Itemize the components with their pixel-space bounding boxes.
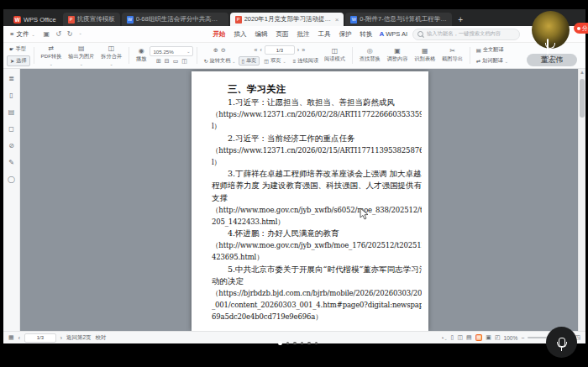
back-to-page-link[interactable]: 返回第2页 <box>66 334 92 342</box>
signature-icon[interactable]: ✎ <box>8 159 14 166</box>
action-button-3[interactable]: ✂截图导出 <box>438 45 466 66</box>
view-chip-0[interactable]: ▯单页 <box>239 56 260 66</box>
view-chip-1[interactable]: ◫双页⌄ <box>261 56 288 66</box>
share-button[interactable]: 分享 <box>574 23 588 34</box>
file-menu-label: 文件 <box>16 30 29 39</box>
read-mode-button[interactable]: ◫ 阅读模式 <box>321 45 349 66</box>
document-heading: 三、学习关注 <box>212 82 422 97</box>
page-view-icon[interactable]: ▦ <box>8 334 14 341</box>
big-button-label: 输出为图片 <box>68 53 94 60</box>
slide-dot[interactable] <box>307 342 311 345</box>
fit-window-icon[interactable]: ◰ <box>495 334 501 341</box>
slide-dot[interactable] <box>301 342 304 345</box>
participant-name-badge: 董宏伟 <box>527 54 577 66</box>
next-page-icon[interactable]: › <box>297 47 299 53</box>
zoom-dropdown[interactable]: 105.25% ⌄ <box>150 46 193 56</box>
fit-height-icon[interactable]: ▭ <box>173 58 179 65</box>
thumbnail-icon[interactable]: ▤ <box>8 108 15 116</box>
close-icon[interactable]: × <box>335 16 339 24</box>
zoom-value: 105.25% <box>153 49 173 55</box>
double-page-icon[interactable]: ◫ <box>457 334 463 341</box>
menu-item-0[interactable]: 开始 <box>209 30 228 39</box>
wps-ai-menu[interactable]: A WPS AI <box>379 30 407 38</box>
display-settings-icon[interactable]: ◔⌄ <box>440 335 447 341</box>
home-tab[interactable]: W WPS Office <box>7 13 63 26</box>
file-menu[interactable]: ≡ 文件 ⌄ <box>10 30 35 39</box>
menu-item-2[interactable]: 编辑 <box>251 30 270 39</box>
undo-icon[interactable]: ↺ <box>55 30 61 38</box>
document-line: 2.习近平：当前经济工作的重点任务 <box>212 133 422 144</box>
document-tab[interactable]: W0-68组织生活会评分中共高校讲稿模板… <box>122 13 228 26</box>
page-number-input[interactable]: 1/3 <box>265 45 295 55</box>
document-line: 1.习近平：让愿担当、敢担当、善担当蔚然成风 <box>212 97 422 108</box>
chevron-down-icon: ⌄ <box>186 49 190 54</box>
outline-icon[interactable]: ≣ <box>8 75 14 82</box>
action-button-0[interactable]: ◎查找替换 <box>356 45 384 66</box>
document-line: 205_1422433.html） <box>212 216 422 228</box>
document-tab[interactable]: P抗疫宣传模板 <box>63 13 120 26</box>
search-input[interactable]: 输入功能名，一键搜索文档内容 <box>412 29 520 40</box>
bookmark-icon[interactable]: ▯ <box>9 92 13 99</box>
document-tab[interactable]: P2020年1月党支部学习活动提醒…× <box>230 13 344 26</box>
slide-dot[interactable] <box>315 342 318 345</box>
first-page-icon[interactable]: « <box>255 47 258 53</box>
continuous-icon[interactable]: ▤ <box>466 334 472 341</box>
scrollbar-thumb[interactable] <box>580 79 585 118</box>
pdf-file-icon: P <box>235 16 242 24</box>
menu-item-6[interactable]: 保护 <box>335 30 354 39</box>
fit-width-icon[interactable]: ⊟ <box>165 58 170 65</box>
view-chip-2[interactable]: ≡连续阅读 <box>291 56 321 66</box>
attachment-icon[interactable]: ⊘ <box>8 142 14 149</box>
big-button-0[interactable]: ⇄PDF转换⌄ <box>38 45 66 66</box>
zoom-minus-button[interactable]: − <box>521 335 524 341</box>
play-button[interactable]: ◉ 播放 <box>133 45 150 66</box>
scroll-up-icon[interactable]: ▲ <box>579 69 585 76</box>
chevron-down-icon: ⌄ <box>232 59 235 64</box>
full-width-icon[interactable]: ◫ <box>181 58 187 65</box>
big-button-2[interactable]: ◫拆分合并⌄ <box>97 45 125 66</box>
hamburger-icon: ≡ <box>10 30 13 38</box>
menu-item-5[interactable]: 工具 <box>314 30 333 39</box>
status-page-indicator[interactable]: 1/3 <box>24 333 56 343</box>
select-tool-button[interactable]: ➤ 选择 <box>7 55 30 66</box>
view-chip-icon: ≡ <box>293 58 297 64</box>
book-mode-icon[interactable]: ▣ <box>486 334 491 341</box>
prev-page-icon[interactable]: ‹ <box>18 335 20 341</box>
hand-tool-button[interactable]: ☛ 手型 <box>7 45 30 54</box>
big-button-1[interactable]: ▤输出为图片⌄ <box>65 45 97 66</box>
last-page-icon[interactable]: » <box>302 47 305 53</box>
tab-label: 抗疫宣传模板 <box>77 15 115 24</box>
menu-item-3[interactable]: 页面 <box>272 30 291 39</box>
zoom-out-icon[interactable]: ⊖ <box>221 47 226 54</box>
action-button-1[interactable]: ▣调整内容 <box>384 45 412 66</box>
current-view-icon[interactable]: ▦ <box>475 334 483 341</box>
action-button-2[interactable]: ▦识别表格 <box>411 45 438 66</box>
proofread-button[interactable]: 校对 <box>96 334 107 342</box>
menu-item-7[interactable]: 转换 <box>356 30 375 39</box>
menu-item-4[interactable]: 批注 <box>293 30 312 39</box>
new-tab-button[interactable]: + <box>458 15 463 24</box>
menu-item-1[interactable]: 插入 <box>230 30 249 39</box>
document-tab[interactable]: W0-附件7-信息与计算机工程学院20… <box>345 13 452 26</box>
zoom-in-icon[interactable]: ⊕ <box>213 47 218 54</box>
pdf-page[interactable]: 三、学习关注 1.习近平：让愿担当、敢担当、善担当蔚然成风（https://ww… <box>192 71 428 331</box>
vertical-scrollbar[interactable]: ▲ <box>578 69 585 331</box>
redo-icon[interactable]: ↻ <box>67 30 73 38</box>
word-translate-icon: ⇄ <box>476 58 480 64</box>
slide-dot[interactable] <box>278 341 282 345</box>
slide-dot[interactable] <box>286 342 290 345</box>
next-page-icon[interactable]: › <box>60 335 62 341</box>
chevron-down-icon[interactable]: ⌄ <box>79 30 82 38</box>
help-icon[interactable]: ◯ <box>8 176 15 183</box>
full-translate-button[interactable]: ▤ 全文翻译 <box>474 45 511 55</box>
comment-icon[interactable]: ◻ <box>8 125 14 133</box>
big-button-label: 拆分合并 <box>101 53 122 60</box>
microphone-button[interactable] <box>546 327 577 358</box>
rotate-button[interactable]: ↻ 旋转文档 ⌄ <box>201 56 238 66</box>
word-translate-button[interactable]: ⇄ 划词翻译 ⌄ <box>474 56 511 66</box>
save-icon[interactable]: ▣ <box>44 30 50 38</box>
single-page-icon[interactable]: ▯ <box>451 334 454 341</box>
fit-page-icon[interactable]: ⊞ <box>156 58 161 65</box>
slide-dot[interactable] <box>293 342 297 345</box>
prev-page-icon[interactable]: ‹ <box>260 47 261 53</box>
